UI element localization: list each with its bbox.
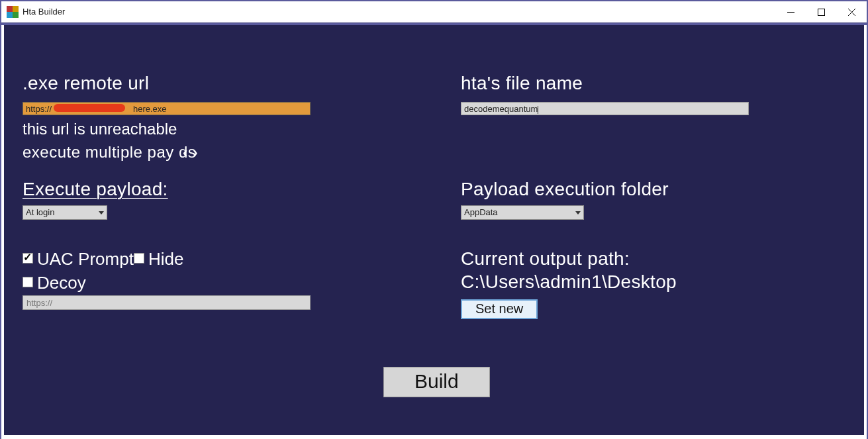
chevron-down-icon	[99, 211, 104, 215]
remote-url-suffix: here.exe	[133, 104, 167, 114]
build-button[interactable]: Build	[383, 367, 490, 397]
execute-payload-label: Execute payload:	[23, 179, 168, 200]
remote-url-label: .exe remote url	[23, 73, 149, 94]
chevron-right-icon[interactable]: ›	[193, 144, 197, 162]
decoy-url-value: https://	[26, 298, 52, 308]
output-path-value: C:\Users\admin1\Desktop	[461, 271, 677, 293]
window-frame: Hta Builder .exe remote url https:// ###…	[0, 0, 868, 439]
payload-nav-arrows[interactable]: ‹ ›	[183, 144, 198, 162]
form-panel: .exe remote url https:// ###############…	[4, 25, 864, 435]
exec-folder-dropdown[interactable]: AppData	[461, 205, 584, 220]
filename-label: hta's file name	[461, 73, 583, 94]
execute-payload-value: At login	[26, 207, 54, 217]
window-controls	[775, 1, 867, 23]
uac-prompt-label: UAC Prompt	[37, 249, 134, 269]
decoy-label: Decoy	[37, 273, 86, 293]
close-button[interactable]	[836, 1, 867, 23]
decoy-url-input[interactable]: https://	[23, 295, 311, 310]
svg-rect-1	[818, 9, 824, 15]
output-path-label: Current output path:	[461, 248, 630, 269]
client-area: .exe remote url https:// ###############…	[1, 25, 867, 439]
app-icon	[7, 6, 19, 18]
window-title: Hta Builder	[23, 7, 65, 17]
uac-prompt-checkbox[interactable]	[23, 253, 33, 264]
filename-value: decodemequantum	[464, 104, 538, 114]
exec-folder-value: AppData	[464, 207, 498, 217]
redaction-mark	[54, 104, 125, 112]
text-caret	[538, 106, 538, 114]
hide-label: Hide	[148, 249, 183, 269]
chevron-down-icon	[575, 211, 581, 215]
hide-checkbox[interactable]	[134, 253, 144, 264]
set-new-button[interactable]: Set new	[461, 299, 538, 319]
execute-payload-dropdown[interactable]: At login	[23, 205, 107, 220]
maximize-button[interactable]	[806, 1, 836, 23]
decoy-checkbox[interactable]	[23, 277, 33, 287]
chevron-left-icon[interactable]: ‹	[183, 144, 187, 162]
filename-input[interactable]: decodemequantum	[461, 102, 749, 115]
remote-url-prefix: https://	[26, 104, 52, 114]
multiple-payloads-text: execute multiple pay ds	[23, 143, 196, 162]
url-status-text: this url is unreachable	[23, 120, 177, 138]
minimize-button[interactable]	[775, 1, 806, 23]
titlebar[interactable]: Hta Builder	[1, 1, 867, 23]
exec-folder-label: Payload execution folder	[461, 179, 669, 200]
